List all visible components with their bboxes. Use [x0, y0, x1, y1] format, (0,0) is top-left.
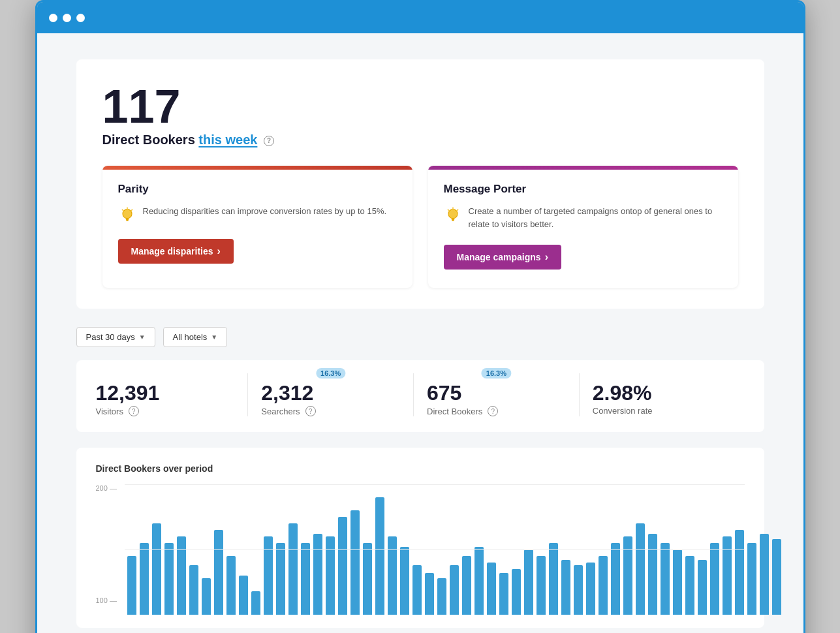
chart-bar: [499, 573, 508, 615]
chart-bar: [537, 556, 546, 615]
svg-point-0: [123, 209, 132, 219]
svg-line-5: [131, 209, 132, 211]
bookers-label-highlight[interactable]: this week: [198, 132, 257, 147]
chart-bar: [450, 565, 459, 615]
parity-card-body: Parity Reducing disparities can improve …: [102, 170, 412, 282]
filters-row: Past 30 days ▼ All hotels ▼: [76, 327, 764, 347]
chart-bar: [574, 565, 583, 615]
hotels-filter-label: All hotels: [173, 332, 208, 342]
svg-rect-7: [451, 219, 454, 220]
bookers-label-prefix: Direct Bookers: [102, 132, 195, 147]
chart-bar: [400, 547, 409, 615]
chart-bar: [189, 565, 198, 615]
chart-bar: [239, 576, 248, 615]
chart-bar: [140, 543, 149, 615]
conversion-rate-label: Conversion rate: [593, 406, 732, 416]
chart-bar: [487, 563, 496, 615]
chart-bar: [648, 534, 657, 615]
parity-card-title: Parity: [118, 183, 397, 196]
hero-section: 117 Direct Bookers this week ? Parity: [76, 59, 764, 309]
chart-bar: [338, 517, 347, 615]
searchers-help-icon[interactable]: ?: [305, 406, 316, 416]
chart-bar: [623, 536, 632, 615]
chart-bar: [685, 556, 694, 615]
direct-bookers-number: 117: [102, 83, 738, 130]
chart-bar: [412, 565, 422, 615]
chart-gridline-200: [125, 484, 745, 485]
chart-bar: [226, 556, 236, 615]
parity-card-desc-row: Reducing disparities can improve convers…: [118, 205, 397, 224]
conversion-rate-number: 2.98%: [593, 382, 732, 403]
browser-titlebar: [37, 2, 803, 33]
chart-bar: [251, 591, 260, 615]
browser-dot-3: [76, 14, 85, 22]
chart-y-label-200: 200 —: [96, 484, 125, 492]
direct-bookers-help-icon[interactable]: ?: [488, 406, 498, 416]
bookers-label: Direct Bookers this week ?: [102, 132, 738, 147]
searchers-badge: 16.3%: [316, 368, 345, 378]
direct-bookers-stat-label: Direct Bookers ?: [427, 406, 566, 416]
chart-bar: [661, 543, 670, 615]
browser-window: 117 Direct Bookers this week ? Parity: [35, 0, 805, 633]
chart-bar: [524, 549, 533, 615]
chart-bar: [760, 534, 769, 615]
visitors-number: 12,391: [96, 382, 235, 403]
chart-area: 200 — 100 —: [96, 484, 745, 615]
stat-searchers: 16.3% 2,312 Searchers ?: [247, 373, 413, 416]
cards-row: Parity Reducing disparities can improve …: [102, 166, 738, 288]
chart-bar: [462, 556, 471, 615]
period-filter-chevron: ▼: [139, 333, 146, 341]
chart-bar: [375, 497, 384, 615]
chart-y-label-100: 100 —: [96, 596, 125, 604]
svg-point-6: [448, 209, 458, 219]
chart-bar: [326, 536, 335, 615]
chart-bar: [698, 560, 707, 615]
chart-bar: [313, 534, 322, 615]
chart-bar: [127, 556, 136, 615]
message-porter-card-desc: Create a number of targeted campaigns on…: [469, 205, 723, 230]
chart-bar: [599, 556, 608, 615]
chart-bar: [152, 523, 161, 615]
period-filter[interactable]: Past 30 days ▼: [76, 327, 155, 347]
message-porter-card-title: Message Porter: [444, 183, 723, 196]
visitors-help-icon[interactable]: ?: [129, 406, 139, 416]
browser-dot-1: [49, 14, 57, 22]
stat-visitors: 12,391 Visitors ?: [96, 373, 248, 416]
hotels-filter[interactable]: All hotels ▼: [163, 327, 228, 347]
chart-bar: [276, 543, 285, 615]
chart-bar: [735, 530, 744, 615]
searchers-label: Searchers ?: [261, 406, 400, 416]
stat-conversion-rate: 2.98% Conversion rate: [579, 373, 745, 416]
chart-bar: [350, 510, 360, 615]
chart-bar: [586, 563, 595, 615]
chart-gridline-100: [125, 549, 745, 550]
chart-bar: [723, 536, 732, 615]
chart-bar: [388, 536, 397, 615]
chart-bar: [164, 543, 174, 615]
message-porter-card-body: Message Porter Create a number of target…: [428, 170, 738, 288]
chart-bar: [561, 560, 570, 615]
svg-rect-2: [126, 220, 129, 221]
period-filter-label: Past 30 days: [86, 332, 135, 342]
manage-disparities-button[interactable]: Manage disparities ›: [118, 239, 234, 264]
help-icon[interactable]: ?: [264, 136, 274, 146]
chart-bar: [549, 543, 558, 615]
parity-card: Parity Reducing disparities can improve …: [102, 166, 412, 288]
chart-section: Direct Bookers over period 200 — 100 —: [76, 448, 764, 628]
manage-campaigns-button[interactable]: Manage campaigns ›: [444, 245, 561, 270]
chart-bar: [710, 543, 719, 615]
chart-bar: [772, 539, 781, 615]
parity-bulb-icon: [118, 206, 136, 224]
svg-rect-8: [452, 220, 454, 221]
message-porter-card: Message Porter Create a number of target…: [428, 166, 738, 288]
browser-content: 117 Direct Bookers this week ? Parity: [37, 33, 803, 633]
chart-bar: [747, 543, 756, 615]
visitors-label: Visitors ?: [96, 406, 235, 416]
manage-disparities-label: Manage disparities: [131, 246, 213, 256]
manage-campaigns-label: Manage campaigns: [457, 252, 541, 262]
direct-bookers-badge: 16.3%: [482, 368, 511, 378]
svg-line-4: [122, 209, 123, 211]
chart-bar: [425, 573, 434, 615]
chart-bar: [474, 547, 484, 615]
direct-bookers-stat-number: 675: [427, 382, 566, 403]
